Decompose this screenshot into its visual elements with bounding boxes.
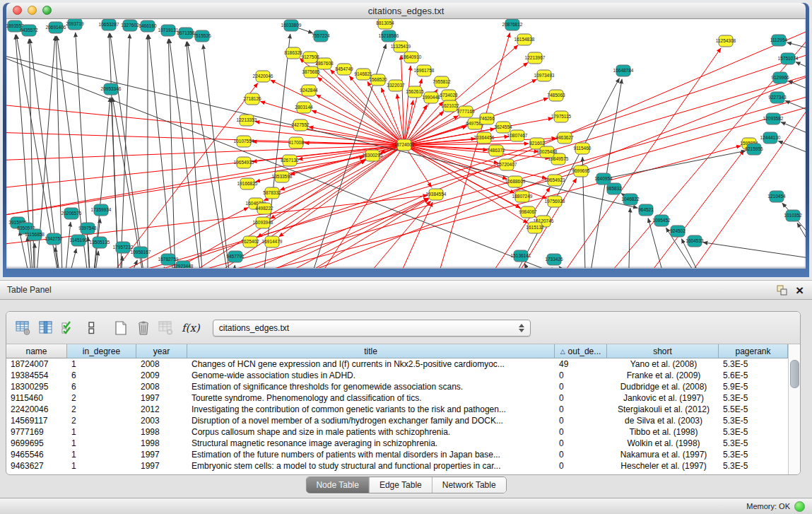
graph-node[interactable]: 8454749 <box>335 64 353 75</box>
graph-edge[interactable] <box>703 243 806 259</box>
cell-in_degree[interactable]: 2 <box>67 392 136 404</box>
cell-year[interactable]: 1997 <box>136 449 187 460</box>
table-row[interactable]: 1872400712008Changes of HCN gene express… <box>6 358 800 370</box>
graph-node[interactable]: 15136141 <box>511 250 531 262</box>
tab-network-table[interactable]: Network Table <box>432 477 506 493</box>
graph-node[interactable]: 7557224 <box>312 30 330 42</box>
table-row[interactable]: 1830029562008Estimation of significance … <box>6 381 800 392</box>
column-header-pagerank[interactable]: pagerank <box>719 344 788 358</box>
graph-node[interactable]: 8813054 <box>376 19 394 29</box>
graph-node[interactable]: 12213967 <box>525 52 546 64</box>
graph-node[interactable]: 1990448 <box>422 92 440 103</box>
graph-edge[interactable] <box>63 207 248 268</box>
graph-node[interactable]: 1562615 <box>406 86 424 98</box>
graph-edge[interactable] <box>271 80 399 142</box>
cell-short[interactable]: Wolkin et al. (1998) <box>607 438 719 449</box>
tab-edge-table[interactable]: Edge Table <box>369 477 432 493</box>
graph-edge[interactable] <box>388 202 433 268</box>
minimize-window-button[interactable] <box>28 6 37 15</box>
cell-short[interactable]: Yano et al. (2008) <box>607 358 719 370</box>
cell-name[interactable]: 22420046 <box>6 404 67 415</box>
graph-node[interactable]: 1621022 <box>441 100 459 112</box>
graph-edge[interactable] <box>787 42 806 51</box>
graph-edge[interactable] <box>317 77 399 141</box>
cell-in_degree[interactable]: 6 <box>67 370 136 381</box>
graph-edge[interactable] <box>6 145 399 160</box>
graph-node[interactable]: 7485063 <box>547 90 565 101</box>
cell-out_degree[interactable]: 0 <box>555 460 607 472</box>
cell-in_degree[interactable]: 2 <box>67 415 136 426</box>
graph-edge[interactable] <box>119 34 130 268</box>
graph-node[interactable]: 964521 <box>638 204 654 216</box>
graph-node[interactable]: 9463627 <box>555 132 574 144</box>
cell-year[interactable]: 1997 <box>136 392 187 404</box>
graph-node[interactable]: 9457791 <box>226 251 245 262</box>
graph-edge[interactable] <box>233 265 235 268</box>
graph-edge[interactable] <box>778 141 806 157</box>
graph-node[interactable]: 16154838 <box>514 34 535 45</box>
column-header-name[interactable]: name <box>6 344 67 358</box>
graph-node[interactable]: 9127508 <box>301 52 319 63</box>
graph-node[interactable]: 8267130 <box>281 155 299 166</box>
graph-node[interactable]: 924502 <box>670 226 686 237</box>
column-header-title[interactable]: title <box>187 344 555 358</box>
graph-node[interactable]: 1327602 <box>121 20 139 31</box>
graph-node[interactable]: 3624554 <box>494 122 512 133</box>
network-canvas[interactable]: 1872400718300295193845542242004627181261… <box>6 19 806 269</box>
graph-node[interactable]: 10719131 <box>158 25 179 36</box>
cell-name[interactable]: 14569117 <box>6 415 67 426</box>
cell-name[interactable]: 18300295 <box>6 381 67 392</box>
cell-pagerank[interactable]: 5.6E-5 <box>719 370 788 381</box>
graph-node[interactable]: 1615132 <box>526 222 544 233</box>
table-row[interactable]: 1938455462009Genome-wide association stu… <box>6 370 800 381</box>
table-mode-icon[interactable] <box>13 318 33 338</box>
function-builder-icon[interactable]: f(x) <box>182 322 200 334</box>
graph-node[interactable]: 9435572 <box>20 25 38 36</box>
graph-node[interactable]: 2093719 <box>66 19 84 30</box>
graph-node[interactable]: 1010352 <box>784 210 802 221</box>
graph-edge[interactable] <box>609 151 746 177</box>
table-row[interactable]: 977716911998Corpus callosum shape and si… <box>6 426 800 438</box>
graph-node[interactable]: 7955812 <box>433 76 451 88</box>
graph-edge[interactable] <box>410 146 498 163</box>
cell-out_degree[interactable]: 0 <box>555 392 607 404</box>
graph-edge[interactable] <box>586 26 806 268</box>
graph-node[interactable]: 19756928 <box>545 196 565 207</box>
graph-edge[interactable] <box>410 136 509 144</box>
cell-out_degree[interactable]: 0 <box>555 404 607 415</box>
graph-node[interactable]: 19166825 <box>237 178 258 189</box>
cell-in_degree[interactable]: 1 <box>67 449 136 460</box>
graph-node[interactable]: 2803144 <box>295 102 313 113</box>
graph-node[interactable]: 18640910 <box>401 52 422 63</box>
cell-pagerank[interactable]: 5.3E-5 <box>719 426 788 438</box>
cell-out_degree[interactable]: 0 <box>555 381 607 392</box>
graph-node[interactable]: 17359934 <box>91 204 112 216</box>
graph-node[interactable]: 1095452 <box>652 215 671 226</box>
graph-node[interactable]: 12444130 <box>760 132 781 144</box>
cell-in_degree[interactable]: 6 <box>67 381 136 392</box>
cell-title[interactable]: Estimation of significance thresholds fo… <box>187 381 555 392</box>
table-row[interactable]: 969969511998Structural magnetic resonanc… <box>6 438 800 449</box>
graph-node[interactable]: 9227343 <box>768 92 787 103</box>
cell-name[interactable]: 9463627 <box>6 460 67 472</box>
cell-name[interactable]: 9699695 <box>6 438 67 449</box>
graph-node[interactable]: 6734028 <box>440 90 458 101</box>
cell-out_degree[interactable]: 0 <box>555 438 607 449</box>
graph-node[interactable]: 8186328 <box>284 47 302 59</box>
graph-edge[interactable] <box>280 147 399 190</box>
table-scrollbar[interactable] <box>788 344 800 474</box>
graph-node[interactable]: 15218586 <box>379 30 399 42</box>
row-height-icon[interactable] <box>81 318 101 338</box>
cell-pagerank[interactable]: 5.5E-5 <box>719 404 788 415</box>
graph-node[interactable]: 16914479 <box>262 236 283 247</box>
graph-node[interactable]: 6466160 <box>139 21 157 32</box>
graph-node[interactable]: 13505135 <box>90 237 110 248</box>
graph-edge[interactable] <box>559 267 586 268</box>
graph-node[interactable]: 10688609 <box>505 176 526 187</box>
graph-node[interactable]: 1210454 <box>767 191 786 202</box>
graph-node[interactable]: 16782759 <box>158 254 179 265</box>
cell-title[interactable]: Changes of HCN gene expression and I(f) … <box>187 358 555 370</box>
graph-node[interactable]: 12923448 <box>173 261 194 268</box>
cell-pagerank[interactable]: 5.3E-5 <box>719 415 788 426</box>
graph-node[interactable]: 16093948 <box>253 217 273 228</box>
